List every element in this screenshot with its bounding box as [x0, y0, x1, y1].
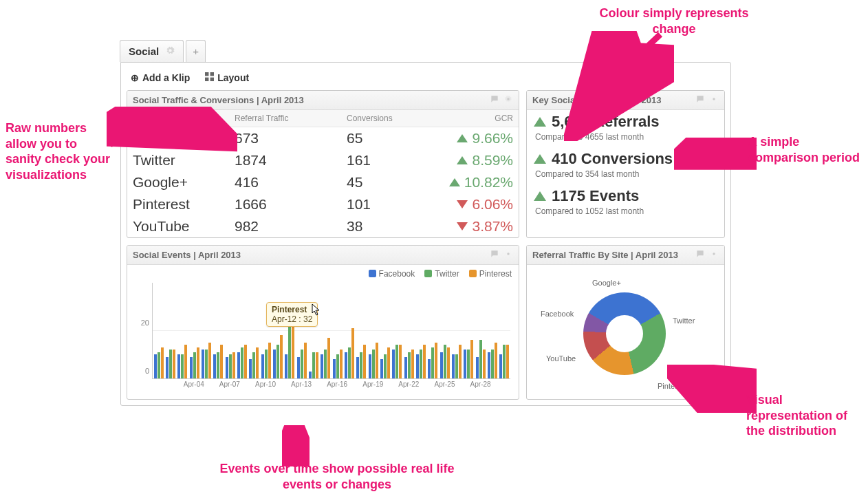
bar[interactable]	[213, 354, 216, 378]
bar[interactable]	[205, 350, 208, 378]
bar[interactable]	[435, 343, 437, 378]
bar[interactable]	[324, 350, 327, 378]
bar[interactable]	[455, 354, 458, 378]
bar[interactable]	[208, 343, 211, 378]
bar[interactable]	[491, 350, 494, 378]
bar[interactable]	[336, 354, 339, 378]
bar[interactable]	[285, 354, 287, 378]
bar[interactable]	[376, 343, 378, 378]
bar[interactable]	[190, 357, 193, 378]
bar[interactable]	[241, 347, 243, 378]
bar[interactable]	[483, 350, 486, 378]
bar[interactable]	[252, 352, 255, 378]
bar[interactable]	[363, 345, 366, 378]
layout-button[interactable]: Layout	[205, 72, 249, 83]
bar[interactable]	[470, 340, 473, 378]
gear-icon[interactable]	[166, 45, 175, 57]
bar[interactable]	[452, 354, 455, 378]
bar[interactable]	[249, 359, 252, 378]
bar[interactable]	[360, 352, 362, 378]
bar[interactable]	[316, 352, 318, 378]
bar[interactable]	[276, 345, 279, 378]
bar[interactable]	[169, 350, 172, 378]
bar[interactable]	[340, 350, 343, 378]
gear-icon[interactable]	[503, 249, 513, 261]
comment-icon[interactable]	[490, 94, 499, 106]
comment-icon[interactable]	[490, 249, 499, 261]
bar[interactable]	[261, 354, 264, 378]
bar[interactable]	[479, 340, 482, 378]
donut-chart[interactable]	[583, 292, 666, 375]
bar[interactable]	[237, 352, 240, 378]
bar[interactable]	[256, 347, 259, 378]
bar-chart[interactable]: 0 20 Apr-04Apr-07Apr-10Apr-13Apr-16Apr-1…	[134, 283, 512, 391]
gear-icon[interactable]	[709, 249, 719, 261]
bar[interactable]	[193, 352, 196, 378]
bar[interactable]	[273, 350, 276, 378]
bar[interactable]	[301, 350, 303, 378]
bar[interactable]	[506, 345, 509, 378]
bar[interactable]	[202, 350, 204, 378]
bar[interactable]	[181, 354, 184, 378]
bar[interactable]	[459, 345, 462, 378]
bar[interactable]	[232, 352, 235, 378]
bar[interactable]	[312, 352, 315, 378]
bar[interactable]	[440, 352, 443, 378]
bar[interactable]	[416, 354, 419, 378]
add-klip-button[interactable]: ⊕ Add a Klip	[131, 72, 190, 83]
bar[interactable]	[495, 343, 497, 378]
bar[interactable]	[158, 352, 160, 378]
bar[interactable]	[166, 357, 169, 378]
bar[interactable]	[380, 359, 383, 378]
bar[interactable]	[431, 347, 434, 378]
bar[interactable]	[447, 347, 450, 378]
bar[interactable]	[444, 345, 446, 378]
bar[interactable]	[384, 354, 387, 378]
bar[interactable]	[488, 352, 490, 378]
bar[interactable]	[280, 335, 283, 378]
bar[interactable]	[348, 347, 351, 378]
bar[interactable]	[304, 343, 307, 378]
comment-icon[interactable]	[695, 249, 705, 261]
gear-icon[interactable]	[709, 94, 719, 106]
comment-icon[interactable]	[695, 94, 705, 106]
tab-social[interactable]: Social	[120, 40, 184, 62]
bar[interactable]	[372, 350, 375, 378]
bar[interactable]	[244, 345, 247, 378]
bar[interactable]	[499, 354, 502, 378]
bar[interactable]	[423, 345, 426, 378]
tab-add[interactable]: +	[186, 40, 206, 62]
bar[interactable]	[503, 345, 506, 378]
bar[interactable]	[420, 350, 422, 378]
bar[interactable]	[392, 350, 395, 378]
bar[interactable]	[161, 347, 164, 378]
bar[interactable]	[229, 354, 232, 378]
bar[interactable]	[369, 354, 371, 378]
bar[interactable]	[173, 350, 175, 378]
bar[interactable]	[177, 354, 180, 378]
bar[interactable]	[399, 345, 402, 378]
bar[interactable]	[297, 357, 300, 378]
bar[interactable]	[321, 354, 323, 378]
bar[interactable]	[265, 350, 268, 378]
bar[interactable]	[345, 352, 347, 378]
bar[interactable]	[408, 352, 411, 378]
gear-icon[interactable]	[503, 94, 513, 106]
bar[interactable]	[217, 352, 219, 378]
bar[interactable]	[184, 345, 187, 378]
bar[interactable]	[220, 345, 223, 378]
bar[interactable]	[154, 354, 157, 378]
bar[interactable]	[309, 372, 312, 378]
bar[interactable]	[351, 328, 354, 378]
bar[interactable]	[268, 343, 271, 378]
bar[interactable]	[333, 359, 336, 378]
bar[interactable]	[327, 338, 330, 378]
bar[interactable]	[197, 347, 199, 378]
bar[interactable]	[226, 357, 228, 378]
bar[interactable]	[404, 357, 407, 378]
bar[interactable]	[467, 350, 470, 378]
bar[interactable]	[356, 357, 359, 378]
bar[interactable]	[387, 347, 390, 378]
bar[interactable]	[464, 350, 466, 378]
bar[interactable]	[476, 357, 479, 378]
